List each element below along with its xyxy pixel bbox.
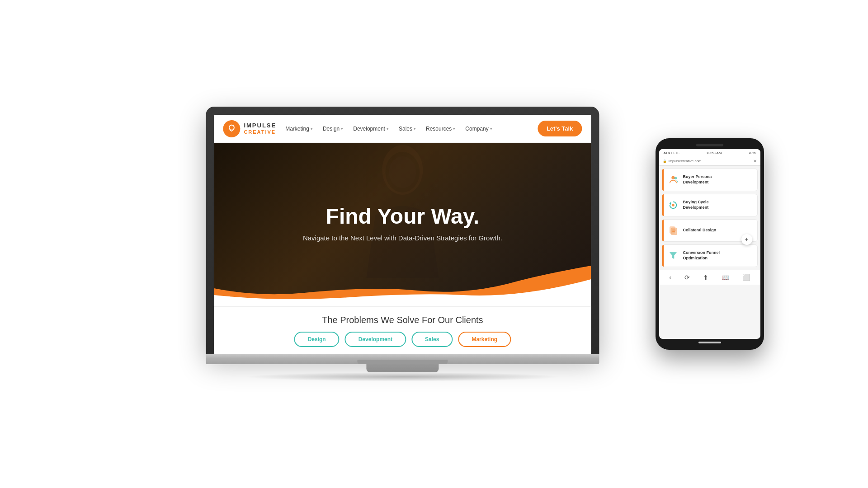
laptop: IMPULSE CREATIVE Marketing Design Develo… — [206, 107, 599, 381]
item-accent — [662, 220, 664, 241]
phone-status-bar: AT&T LTE 10:53 AM 70% — [659, 149, 760, 157]
item-buying-cycle-label: Buying CycleDevelopment — [683, 200, 709, 210]
btn-sales[interactable]: Sales — [411, 332, 453, 347]
btn-design[interactable]: Design — [294, 332, 340, 347]
logo: IMPULSE CREATIVE — [223, 120, 276, 137]
laptop-base — [206, 354, 599, 364]
hero-wave — [214, 261, 591, 306]
item-accent — [662, 194, 664, 216]
btn-development[interactable]: Development — [345, 332, 406, 347]
laptop-body: IMPULSE CREATIVE Marketing Design Develo… — [206, 107, 599, 354]
phone-bottom-bar: ‹ ⟳ ⬆ 📖 ⬜ — [659, 270, 760, 285]
website: IMPULSE CREATIVE Marketing Design Develo… — [214, 115, 591, 354]
persona-icon — [667, 174, 679, 186]
nav-link-resources[interactable]: Resources — [426, 126, 455, 132]
laptop-shadow — [244, 372, 561, 381]
nav-link-design[interactable]: Design — [323, 126, 343, 132]
hero-subtitle: Navigate to the Next Level with Data-Dri… — [252, 234, 553, 242]
logo-creative: CREATIVE — [244, 129, 276, 135]
laptop-stand — [366, 364, 439, 372]
share-icon[interactable]: ⬆ — [703, 274, 708, 281]
nav-link-marketing[interactable]: Marketing — [285, 126, 313, 132]
tabs-icon[interactable]: ⬜ — [742, 274, 750, 281]
phone-battery: 70% — [749, 151, 756, 155]
item-accent — [662, 245, 664, 267]
problems-buttons: Design Development Sales Marketing — [227, 332, 577, 347]
phone-home-indicator[interactable] — [698, 342, 721, 343]
laptop-screen: IMPULSE CREATIVE Marketing Design Develo… — [214, 115, 591, 354]
phone-outer: AT&T LTE 10:53 AM 70% 🔒 impulsecreative.… — [656, 138, 764, 350]
phone-plus-button[interactable]: + — [741, 234, 752, 245]
list-item-buying-cycle[interactable]: Buying CycleDevelopment — [662, 194, 758, 216]
back-icon[interactable]: ‹ — [669, 274, 671, 281]
phone-url-bar: 🔒 impulsecreative.com ✕ — [659, 157, 760, 166]
logo-text: IMPULSE CREATIVE — [244, 122, 276, 134]
phone-screen: AT&T LTE 10:53 AM 70% 🔒 impulsecreative.… — [659, 149, 760, 339]
btn-marketing[interactable]: Marketing — [458, 332, 511, 347]
forward-icon[interactable]: ⟳ — [684, 274, 690, 281]
problems-section: The Problems We Solve For Our Clients De… — [214, 306, 591, 354]
phone-carrier: AT&T LTE — [664, 151, 680, 155]
nav-links: Marketing Design Development Sales Resou… — [285, 121, 582, 136]
phone-close-button[interactable]: ✕ — [753, 159, 757, 164]
item-conversion-label: Conversion FunnelOptimization — [683, 250, 720, 261]
svg-marker-5 — [669, 202, 671, 205]
item-collateral-label: Collateral Design — [683, 228, 717, 233]
phone: AT&T LTE 10:53 AM 70% 🔒 impulsecreative.… — [656, 138, 764, 350]
hero: Find Your Way. Navigate to the Next Leve… — [214, 143, 591, 306]
phone-time: 10:53 AM — [707, 151, 722, 155]
svg-point-3 — [671, 176, 675, 179]
phone-list: Buyer PersonaDevelopment Buying CycleDev… — [659, 166, 760, 270]
funnel-icon — [667, 249, 679, 262]
nav-link-sales[interactable]: Sales — [399, 126, 416, 132]
cycle-icon — [667, 199, 679, 211]
list-item-conversion[interactable]: Conversion FunnelOptimization — [662, 244, 758, 267]
bookmark-icon[interactable]: 📖 — [722, 274, 729, 281]
nav-link-company[interactable]: Company — [465, 126, 492, 132]
list-item-buyer-persona[interactable]: Buyer PersonaDevelopment — [662, 169, 758, 191]
problems-title: The Problems We Solve For Our Clients — [227, 315, 577, 325]
phone-speaker — [696, 144, 723, 146]
logo-icon — [223, 120, 240, 137]
svg-point-6 — [672, 204, 675, 206]
scene: IMPULSE CREATIVE Marketing Design Develo… — [0, 0, 868, 488]
svg-point-4 — [674, 177, 677, 180]
hero-title: Find Your Way. — [252, 204, 553, 229]
lock-icon: 🔒 — [663, 160, 667, 163]
item-buyer-persona-label: Buyer PersonaDevelopment — [683, 174, 712, 185]
nav-cta-button[interactable]: Let's Talk — [538, 121, 582, 136]
phone-url: impulsecreative.com — [669, 159, 702, 163]
nav-link-development[interactable]: Development — [353, 126, 389, 132]
logo-impulse: IMPULSE — [244, 122, 276, 129]
nav: IMPULSE CREATIVE Marketing Design Develo… — [214, 115, 591, 143]
collateral-icon — [667, 224, 679, 237]
svg-point-2 — [389, 156, 416, 188]
item-accent — [662, 169, 664, 191]
hero-content: Find Your Way. Navigate to the Next Leve… — [252, 204, 553, 242]
